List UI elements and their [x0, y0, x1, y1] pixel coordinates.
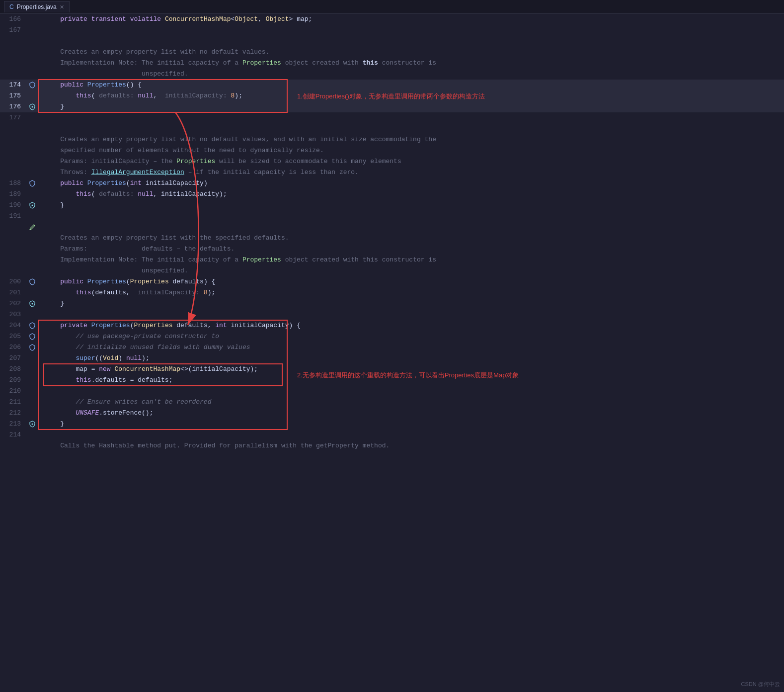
- code-cell: // Ensure writes can't be reordered: [39, 397, 784, 408]
- open-icon: [26, 101, 39, 112]
- table-row: 202 }: [0, 298, 784, 309]
- table-row: 212 UNSAFE.storeFence();: [0, 408, 784, 419]
- gutter-cell: [26, 112, 39, 123]
- code-cell: this(defaults, initialCapacity: 8);: [39, 287, 784, 298]
- gutter-cell: [26, 353, 39, 364]
- line-number: 202: [0, 298, 26, 309]
- gutter-cell: [26, 123, 39, 134]
- code-cell: private Properties(Properties defaults, …: [39, 320, 784, 331]
- line-number: [0, 244, 26, 255]
- table-row: Implementation Note: The initial capacit…: [0, 58, 784, 69]
- code-cell: private transient volatile ConcurrentHas…: [39, 14, 784, 25]
- editor-root: C Properties.java ✕ 166 private transien…: [0, 0, 784, 692]
- table-row: unspecified.: [0, 265, 784, 276]
- line-number: 206: [0, 342, 26, 353]
- line-number: [0, 134, 26, 145]
- gutter-cell: [26, 156, 39, 167]
- tab-properties-java[interactable]: C Properties.java ✕: [4, 1, 70, 12]
- gutter-cell: [26, 430, 39, 440]
- line-number: [0, 123, 26, 134]
- line-number: 207: [0, 353, 26, 364]
- line-number: 214: [0, 430, 26, 440]
- line-number: [0, 255, 26, 265]
- code-cell: this.defaults = defaults;: [39, 375, 784, 386]
- table-row: Creates an empty property list with no d…: [0, 134, 784, 145]
- code-cell: Creates an empty property list with no d…: [39, 134, 784, 145]
- table-row: [0, 123, 784, 134]
- table-row: 177: [0, 112, 784, 123]
- table-row: 167: [0, 25, 784, 36]
- gutter-cell: [26, 440, 39, 451]
- shield-icon: [26, 80, 39, 90]
- code-cell: public Properties(Properties defaults) {: [39, 276, 784, 287]
- gutter-cell: [26, 255, 39, 265]
- tab-label: Properties.java: [17, 3, 57, 10]
- code-cell: Calls the Hashtable method put. Provided…: [39, 440, 784, 451]
- code-cell: }: [39, 101, 784, 112]
- code-cell: public Properties(int initialCapacity): [39, 178, 784, 189]
- table-row: 205 // use package-private constructor t…: [0, 331, 784, 342]
- code-cell: Implementation Note: The initial capacit…: [39, 255, 784, 265]
- java-file-icon: C: [9, 3, 14, 10]
- line-number: 174: [0, 80, 26, 90]
- line-number: 209: [0, 375, 26, 386]
- open-icon: [26, 298, 39, 309]
- shield-icon: [26, 276, 39, 287]
- gutter-cell: [26, 265, 39, 276]
- code-cell: super((Void) null);: [39, 353, 784, 364]
- code-cell: // initialize unused fields with dummy v…: [39, 342, 784, 353]
- table-row: 204 private Properties(Properties defaul…: [0, 320, 784, 331]
- gutter-cell: [26, 408, 39, 419]
- line-number: [0, 156, 26, 167]
- code-cell: [39, 112, 784, 123]
- gutter-cell: [26, 167, 39, 178]
- table-row: 188 public Properties(int initialCapacit…: [0, 178, 784, 189]
- code-cell: unspecified.: [39, 69, 784, 80]
- line-number: [0, 36, 26, 47]
- close-tab-button[interactable]: ✕: [60, 4, 64, 10]
- shield-icon: [26, 178, 39, 189]
- line-number: [0, 145, 26, 156]
- gutter-cell: [26, 397, 39, 408]
- table-row: 206 // initialize unused fields with dum…: [0, 342, 784, 353]
- line-number: 166: [0, 14, 26, 25]
- code-cell: map = new ConcurrentHashMap<>(initialCap…: [39, 364, 784, 375]
- line-number: 175: [0, 90, 26, 101]
- shield-icon: [26, 320, 39, 331]
- svg-point-3: [32, 424, 33, 425]
- line-number: [0, 58, 26, 69]
- line-number: 167: [0, 25, 26, 36]
- table-row: 211 // Ensure writes can't be reordered: [0, 397, 784, 408]
- table-row: 200 public Properties(Properties default…: [0, 276, 784, 287]
- gutter-cell: [26, 145, 39, 156]
- code-cell: this( defaults: null, initialCapacity);: [39, 189, 784, 200]
- code-cell: Creates an empty property list with the …: [39, 233, 784, 244]
- table-row: 176 }: [0, 101, 784, 112]
- table-row: 208 map = new ConcurrentHashMap<>(initia…: [0, 364, 784, 375]
- code-cell: Creates an empty property list with no d…: [39, 47, 784, 58]
- line-number: [0, 440, 26, 451]
- line-number: [0, 222, 26, 233]
- code-cell: Params: initialCapacity – the Properties…: [39, 156, 784, 167]
- table-row: 189 this( defaults: null, initialCapacit…: [0, 189, 784, 200]
- gutter-cell: [26, 309, 39, 320]
- code-cell: [39, 211, 784, 222]
- table-row: 201 this(defaults, initialCapacity: 8);: [0, 287, 784, 298]
- gutter-cell: [26, 211, 39, 222]
- gutter-cell: [26, 244, 39, 255]
- svg-point-1: [32, 205, 33, 206]
- line-number: 177: [0, 112, 26, 123]
- table-row: Throws: IllegalArgumentException – if th…: [0, 167, 784, 178]
- line-number: 203: [0, 309, 26, 320]
- gutter-cell: [26, 375, 39, 386]
- table-row: 191: [0, 211, 784, 222]
- shield-icon: [26, 331, 39, 342]
- line-number: 213: [0, 419, 26, 430]
- line-number: [0, 167, 26, 178]
- code-cell: [39, 222, 784, 233]
- code-cell: [39, 36, 784, 47]
- table-row: 190 }: [0, 200, 784, 211]
- gutter-cell: [26, 47, 39, 58]
- watermark: CSDN @何中云: [741, 681, 780, 688]
- code-cell: [39, 309, 784, 320]
